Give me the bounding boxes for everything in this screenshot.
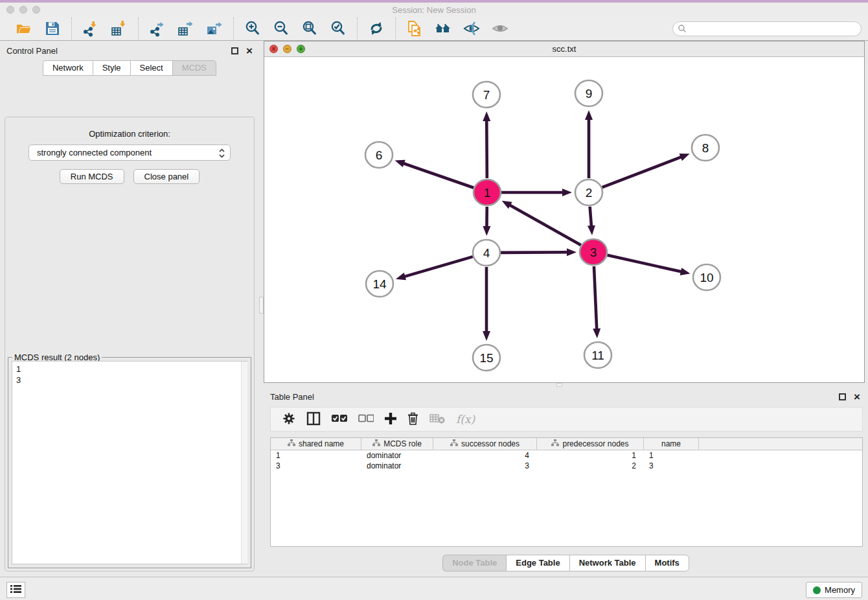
task-history-button[interactable] — [6, 582, 25, 598]
node-label-3: 3 — [590, 246, 597, 259]
import-network-button[interactable] — [81, 19, 100, 38]
edge-3-10[interactable] — [607, 255, 681, 272]
open-file-button[interactable] — [14, 19, 34, 38]
cell-predecessor-nodes: 2 — [537, 461, 644, 470]
table-row[interactable]: 3dominator323 — [271, 461, 862, 471]
refresh-view-icon — [368, 20, 385, 37]
edge-3-11[interactable] — [594, 266, 597, 330]
unchecked-pair-icon — [358, 414, 374, 424]
column-header-predecessor-nodes[interactable]: predecessor nodes — [537, 438, 644, 450]
export-table-button[interactable] — [176, 19, 196, 38]
import-table-button[interactable] — [109, 19, 129, 38]
mcds-result-list[interactable]: 13 — [12, 361, 247, 564]
gear-button[interactable] — [282, 412, 295, 427]
edge-2-8[interactable] — [602, 157, 682, 187]
edge-3-1[interactable] — [509, 205, 581, 245]
tab-edge-table[interactable]: Edge Table — [506, 555, 569, 571]
tab-select[interactable]: Select — [130, 60, 172, 76]
delete-table-button[interactable] — [429, 413, 445, 426]
checked-pair-icon — [332, 414, 347, 424]
arrowhead-1-4 — [483, 226, 490, 236]
control-panel-title: Control Panel — [6, 46, 231, 56]
export-image-button[interactable] — [205, 19, 224, 38]
edge-2-3[interactable] — [590, 207, 591, 227]
close-table-panel-icon[interactable]: × — [854, 393, 860, 400]
fx-button[interactable]: f(x) — [456, 413, 475, 426]
edge-4-3[interactable] — [501, 252, 568, 253]
tab-network[interactable]: Network — [43, 60, 93, 76]
tab-mcds[interactable]: MCDS — [172, 60, 216, 76]
zoom-selected-icon — [330, 20, 347, 37]
trash-button[interactable] — [407, 412, 418, 427]
table-tabs: Node TableEdge TableNetwork TableMotifs — [264, 555, 868, 571]
node-label-6: 6 — [376, 148, 383, 162]
zoom-out-button[interactable] — [271, 19, 291, 38]
node-label-11: 11 — [591, 349, 604, 362]
table-toolbar: f(x) — [270, 407, 863, 432]
list-icon — [10, 584, 21, 595]
houses-button[interactable] — [433, 19, 453, 38]
refresh-view-button[interactable] — [367, 19, 386, 38]
status-bar: Memory — [0, 577, 868, 600]
split-pane-button[interactable] — [306, 411, 321, 428]
column-header-name[interactable]: name — [644, 438, 699, 450]
memory-button[interactable]: Memory — [806, 582, 862, 598]
arrowhead-2-8 — [680, 154, 690, 161]
eye-disabled-button[interactable] — [490, 19, 510, 38]
node-label-2: 2 — [586, 186, 593, 200]
network-file-title: scc.txt — [264, 44, 864, 54]
eye-slash-icon — [463, 20, 480, 37]
float-panel-icon[interactable] — [231, 47, 238, 54]
edge-1-6[interactable] — [403, 163, 474, 188]
close-panel-button[interactable]: Close panel — [133, 169, 200, 184]
session-title: Session: New Session — [0, 5, 868, 15]
zoom-in-button[interactable] — [243, 19, 262, 38]
column-label: shared name — [299, 439, 344, 448]
trash-icon — [407, 412, 418, 427]
node-table: shared nameMCDS rolesuccessor nodesprede… — [270, 437, 863, 547]
clone-network-button[interactable] — [405, 19, 424, 38]
tab-style[interactable]: Style — [93, 60, 130, 76]
edge-4-14[interactable] — [404, 257, 472, 277]
network-graph-canvas[interactable]: 7968124314101511 — [264, 57, 864, 382]
select-chevrons-icon — [218, 148, 225, 161]
zoom-fit-button[interactable] — [300, 19, 319, 38]
table-row[interactable]: 1dominator411 — [271, 450, 862, 461]
mcds-panel: Optimization criterion: strongly connect… — [5, 117, 255, 571]
run-mcds-button[interactable]: Run MCDS — [60, 169, 124, 184]
delete-table-icon — [429, 413, 445, 426]
tab-network-table[interactable]: Network Table — [569, 555, 645, 571]
close-panel-icon[interactable]: × — [246, 47, 253, 54]
node-label-1: 1 — [484, 186, 491, 200]
splitter-grip[interactable] — [259, 297, 264, 314]
criterion-select[interactable]: strongly connected component — [29, 144, 231, 161]
cell-successor-nodes: 4 — [433, 451, 537, 460]
column-header-shared-name[interactable]: shared name — [271, 438, 361, 450]
cell-name: 1 — [644, 451, 699, 460]
tab-node-table[interactable]: Node Table — [442, 555, 506, 571]
cell-predecessor-nodes: 1 — [537, 451, 644, 460]
arrowhead-3-1 — [502, 201, 512, 209]
zoom-selected-button[interactable] — [328, 19, 348, 38]
result-scrollbar[interactable] — [241, 362, 247, 564]
column-header-successor-nodes[interactable]: successor nodes — [433, 438, 537, 450]
node-label-4: 4 — [483, 246, 490, 260]
search-input[interactable] — [672, 21, 862, 36]
cell-shared-name: 3 — [271, 461, 361, 470]
column-header-MCDS-role[interactable]: MCDS role — [361, 438, 433, 450]
import-table-icon — [111, 20, 128, 37]
save-session-button[interactable] — [43, 19, 62, 38]
export-network-button[interactable] — [148, 19, 167, 38]
float-table-panel-icon[interactable] — [839, 393, 846, 400]
cell-MCDS-role: dominator — [361, 461, 433, 470]
cell-shared-name: 1 — [271, 451, 361, 460]
tab-motifs[interactable]: Motifs — [645, 555, 689, 571]
unchecked-pair-button[interactable] — [358, 414, 374, 424]
export-table-icon — [177, 20, 194, 37]
checked-pair-button[interactable] — [332, 414, 347, 424]
plus-button[interactable] — [385, 413, 396, 426]
vertical-splitter[interactable] — [259, 41, 264, 577]
memory-label: Memory — [825, 585, 855, 595]
eye-slash-button[interactable] — [462, 19, 481, 38]
edge-1-7[interactable] — [486, 120, 487, 178]
